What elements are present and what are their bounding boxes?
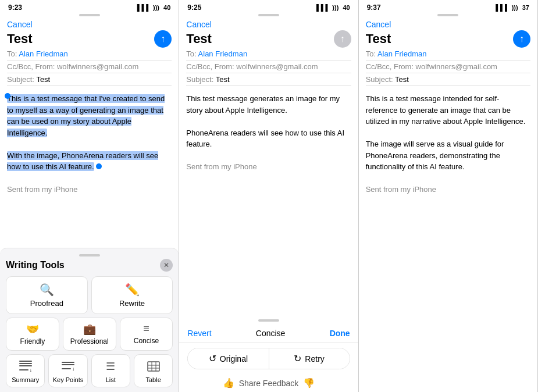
subject-field-1: Subject: Test bbox=[7, 73, 172, 86]
subject-value-1: Test bbox=[36, 75, 50, 84]
send-arrow-icon-1: ↑ bbox=[161, 34, 165, 44]
subject-value-3: Test bbox=[395, 75, 409, 84]
ccbcc-field-2: Cc/Bcc, From: wolfwinners@gmail.com bbox=[186, 60, 351, 73]
to-name-1: Alan Friedman bbox=[19, 49, 68, 58]
table-icon bbox=[145, 358, 162, 375]
time-1: 9:23 bbox=[8, 3, 22, 12]
email-title-row-1: Test ↑ bbox=[7, 30, 172, 48]
email-title-3: Test bbox=[366, 31, 391, 47]
friendly-button[interactable]: 🤝 Friendly bbox=[6, 318, 59, 351]
professional-icon: 💼 bbox=[83, 323, 96, 336]
original-label: Original bbox=[220, 354, 248, 364]
svg-rect-0 bbox=[148, 362, 159, 371]
proofread-button[interactable]: 🔍 Proofread bbox=[6, 276, 88, 314]
email-body-2[interactable]: This test message generates an image for… bbox=[179, 88, 358, 315]
retry-button[interactable]: ↻ Retry bbox=[269, 348, 350, 369]
rewrite-button[interactable]: ✏️ Rewrite bbox=[91, 276, 173, 314]
table-label: Table bbox=[146, 376, 161, 383]
revert-done-bar: Revert Concise Done bbox=[179, 324, 358, 343]
concise-mode-label: Concise bbox=[256, 329, 286, 338]
thumbs-up-icon[interactable]: 👍 bbox=[223, 377, 234, 389]
professional-button[interactable]: 💼 Professional bbox=[63, 318, 116, 351]
cancel-button-2[interactable]: Cancel bbox=[186, 20, 351, 29]
send-button-1[interactable]: ↑ bbox=[154, 30, 172, 48]
signal-icon-2: ▌▌▌ bbox=[316, 4, 330, 11]
sent-from-1: Sent from my iPhone bbox=[7, 185, 77, 194]
drag-indicator-2 bbox=[258, 14, 279, 16]
phone-panel-2: 9:25 ▌▌▌ ))) 40 Cancel Test ↑ To: Alan F… bbox=[179, 0, 358, 392]
wt-title: Writing Tools bbox=[6, 260, 65, 270]
summary-label: Summary bbox=[12, 376, 39, 383]
email-title-row-2: Test ↑ bbox=[186, 30, 351, 48]
cancel-button-1[interactable]: Cancel bbox=[7, 20, 172, 29]
wt-close-button[interactable]: ✕ bbox=[160, 259, 173, 272]
list-icon: ☰ bbox=[102, 358, 119, 375]
to-name-3: Alan Friedman bbox=[377, 49, 427, 58]
done-button[interactable]: Done bbox=[330, 329, 350, 338]
status-bar-3: 9:37 ▌▌▌ ))) 37 bbox=[359, 0, 537, 14]
to-field-3: To: Alan Friedman bbox=[366, 48, 530, 60]
wt-small-row: ↓ Summary ↓ Key Points ☰ List bbox=[6, 354, 173, 387]
drag-indicator-2b bbox=[258, 319, 279, 322]
email-header-2: Cancel Test ↑ To: Alan Friedman Cc/Bcc, … bbox=[179, 19, 358, 88]
retry-icon: ↻ bbox=[294, 353, 301, 364]
proofread-label: Proofread bbox=[30, 299, 63, 308]
time-3: 9:37 bbox=[367, 3, 381, 12]
key-points-label: Key Points bbox=[53, 376, 84, 383]
body-text-2: This test message generates an image for… bbox=[186, 94, 344, 148]
send-arrow-icon-3: ↑ bbox=[519, 34, 524, 44]
concise-label: Concise bbox=[134, 337, 159, 345]
summary-icon: ↓ bbox=[17, 358, 34, 375]
subject-field-2: Subject: Test bbox=[186, 73, 351, 86]
retry-label: Retry bbox=[305, 354, 324, 364]
ccbcc-field-3: Cc/Bcc, From: wolfwinners@gmail.com bbox=[366, 60, 530, 73]
subject-field-3: Subject: Test bbox=[366, 73, 530, 86]
send-arrow-icon-2: ↑ bbox=[340, 34, 345, 44]
concise-button[interactable]: ≡ Concise bbox=[120, 318, 173, 351]
proofread-icon: 🔍 bbox=[40, 283, 54, 297]
thumbs-down-icon[interactable]: 👎 bbox=[303, 377, 315, 389]
wt-header: Writing Tools ✕ bbox=[6, 259, 173, 272]
professional-label: Professional bbox=[70, 337, 109, 345]
email-body-3[interactable]: This is a test message intended for self… bbox=[359, 88, 537, 392]
status-bar-2: 9:25 ▌▌▌ ))) 40 bbox=[179, 0, 358, 14]
to-name-2: Alan Friedman bbox=[198, 49, 248, 58]
key-points-button[interactable]: ↓ Key Points bbox=[48, 354, 87, 387]
writing-tools-panel: Writing Tools ✕ 🔍 Proofread ✏️ Rewrite 🤝… bbox=[0, 248, 179, 392]
original-button[interactable]: ↺ Original bbox=[188, 348, 269, 369]
email-header-1: Cancel Test ↑ To: Alan Friedman Cc/Bcc, … bbox=[0, 19, 179, 88]
table-button[interactable]: Table bbox=[134, 354, 173, 387]
send-button-2[interactable]: ↑ bbox=[334, 30, 351, 48]
time-2: 9:25 bbox=[187, 3, 201, 12]
friendly-label: Friendly bbox=[20, 337, 45, 345]
email-title-2: Test bbox=[186, 31, 212, 47]
list-button[interactable]: ☰ List bbox=[91, 354, 130, 387]
to-field-2: To: Alan Friedman bbox=[186, 48, 351, 60]
revert-button[interactable]: Revert bbox=[187, 329, 211, 338]
sent-from-3: Sent from my iPhone bbox=[366, 185, 436, 194]
highlighted-text-1: This is a test message that I've created… bbox=[7, 94, 165, 137]
wifi-icon-2: ))) bbox=[332, 4, 340, 11]
list-label: List bbox=[106, 376, 116, 383]
rewrite-label: Rewrite bbox=[119, 299, 145, 308]
email-title-row-3: Test ↑ bbox=[366, 30, 530, 48]
share-feedback-label: Share Feedback bbox=[239, 379, 299, 388]
status-icons-1: ▌▌▌ ))) 40 bbox=[137, 4, 171, 11]
original-icon: ↺ bbox=[209, 353, 216, 364]
wt-large-row: 🔍 Proofread ✏️ Rewrite bbox=[6, 276, 173, 314]
battery-icon: 40 bbox=[163, 4, 170, 11]
status-icons-3: ▌▌▌ ))) 37 bbox=[496, 4, 529, 11]
share-feedback-bar: 👍 Share Feedback 👎 bbox=[179, 374, 358, 392]
email-header-3: Cancel Test ↑ To: Alan Friedman Cc/Bcc, … bbox=[359, 19, 537, 88]
ccbcc-field-1: Cc/Bcc, From: wolfwinners@gmail.com bbox=[7, 60, 172, 73]
wt-drag-indicator bbox=[79, 254, 100, 256]
drag-indicator-1 bbox=[79, 14, 100, 16]
rewrite-icon: ✏️ bbox=[125, 283, 140, 297]
email-title-1: Test bbox=[7, 31, 33, 47]
body-text-3: This is a test message intended for self… bbox=[366, 94, 526, 171]
cancel-button-3[interactable]: Cancel bbox=[366, 20, 530, 29]
wt-medium-row: 🤝 Friendly 💼 Professional ≡ Concise bbox=[6, 318, 173, 351]
send-button-3[interactable]: ↑ bbox=[513, 30, 530, 48]
summary-button[interactable]: ↓ Summary bbox=[6, 354, 45, 387]
key-points-icon: ↓ bbox=[60, 358, 76, 375]
